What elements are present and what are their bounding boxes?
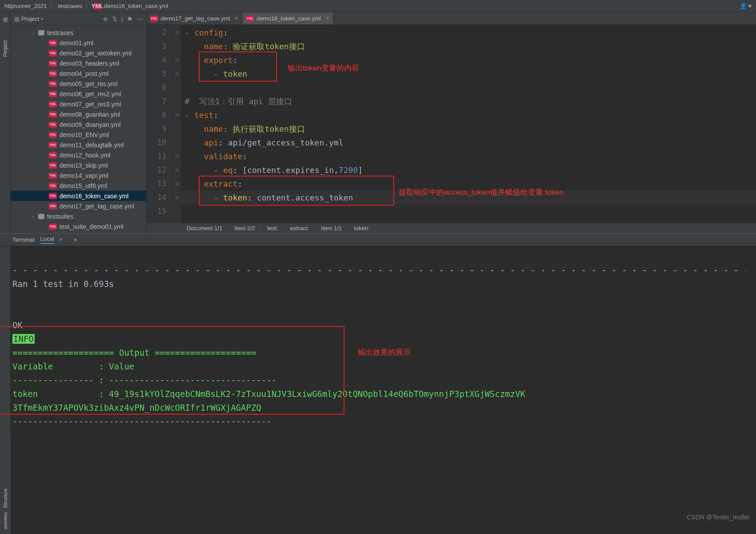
chevron-right-icon: 〉 [49,2,55,10]
dropdown-icon[interactable]: ▦ [14,16,20,22]
new-terminal-icon[interactable]: ＋ [72,236,79,244]
folder-icon [38,214,44,219]
user-icon[interactable]: 👤 ▾ [740,3,752,9]
project-tree[interactable]: ⌄ testcases YMLdemo01.yml YMLdemo02_get_… [11,26,146,233]
editor-tab[interactable]: YML demo17_get_tag_case.yml ✕ [146,12,242,24]
yml-file-icon: YML [49,152,57,158]
terminal-label: Terminal: [12,236,36,243]
close-icon[interactable]: ✕ [59,237,63,243]
yml-file-icon: YML [49,132,57,138]
yml-file-icon: YML [49,203,57,209]
editor-area: YML demo17_get_tag_case.yml ✕ YML demo16… [146,12,756,233]
watermark: CSDN @Tester_muller [687,514,750,521]
close-icon[interactable]: ✕ [234,16,238,21]
tree-file[interactable]: YMLdemo04_post.yml [11,68,146,79]
yml-file-icon: YML [49,224,57,230]
chevron-right-icon: 〉 [85,2,91,10]
breadcrumb[interactable]: httprunner_2021 〉 testcases 〉 YML demo16… [4,2,168,10]
breadcrumb-file[interactable]: demo16_token_case.yml [104,3,168,9]
tree-file[interactable]: YMLdemo03_headers.yml [11,58,146,68]
minimize-icon[interactable]: — [137,16,142,22]
editor-tab-active[interactable]: YML demo16_token_case.yml ✕ [242,12,333,24]
yml-file-icon: YML [49,50,57,56]
chevron-down-icon[interactable]: ▾ [41,16,43,21]
project-title[interactable]: Project [21,16,39,22]
yml-file-icon: YML [49,162,57,169]
terminal-panel: Terminal: Local ✕ ＋ - - - - - - - - - - … [0,233,756,523]
yml-file-icon: YML [150,16,158,22]
close-icon[interactable]: ✕ [325,16,329,21]
yml-file-icon: YML [49,101,57,107]
editor-body[interactable]: 234 567 8910 111213 1415 ⊟⊟ ⊟ ⊟ ⊟⊟⊟ ⊟ - … [146,25,756,223]
tree-file[interactable]: YMLdemo09_duanyan.yml [11,119,146,130]
tree-file-selected[interactable]: YMLdemo16_token_case.yml [11,191,146,201]
yml-file-icon: YML [49,111,57,118]
tree-file[interactable]: YMLdemo17_get_tag_case.yml [11,201,146,211]
chevron-down-icon[interactable]: ⌄ [31,30,36,35]
tree-file[interactable]: YMLdemo13_skip.yml [11,160,146,170]
yml-file-icon: YML [49,122,57,128]
titlebar: httprunner_2021 〉 testcases 〉 YML demo16… [0,0,756,12]
tree-file[interactable]: YMLdemo08_guanlian.yml [11,109,146,119]
gear-icon[interactable]: ✱ [127,16,132,22]
tree-file[interactable]: YMLdemo01.yml [11,38,146,48]
terminal-tab-local[interactable]: Local [40,236,54,244]
tree-file[interactable]: YMLdemo10_ENV.yml [11,130,146,140]
tree-file[interactable]: YMLdemo15_utf8.yml [11,181,146,191]
tree-file[interactable]: YMLdemo06_get_res2.yml [11,89,146,99]
editor-tabs: YML demo17_get_tag_case.yml ✕ YML demo16… [146,12,756,25]
code-content[interactable]: - config: name: 验证获取token接口 export: - to… [181,25,756,223]
collapse-icon[interactable]: ▦ [3,16,8,23]
yml-file-icon: YML [49,183,57,189]
divider-icon: | [122,16,123,22]
yml-file-icon: YML [49,91,57,97]
editor-breadcrumb[interactable]: Document 1/1〉 Item 2/2〉 test:〉 extract:〉… [146,223,756,233]
line-gutter: 234 567 8910 111213 1415 [146,25,173,223]
breadcrumb-root[interactable]: httprunner_2021 [4,3,47,9]
annotation-box-output [0,326,344,415]
favorites-rail-label[interactable]: avorites [3,512,8,530]
yml-file-icon: YML [93,3,101,9]
yml-file-icon: YML [49,71,57,77]
structure-rail-label[interactable]: Structure [3,488,8,508]
yml-file-icon: YML [49,40,57,46]
annotation-output-comment: 输出效果的展示 [358,346,411,359]
yml-file-icon: YML [49,81,57,87]
left-tool-rail: ▦ Project [0,12,11,233]
yml-file-icon: YML [49,142,57,148]
yml-file-icon: YML [246,16,254,22]
tree-file[interactable]: YMLdemo07_get_res3.yml [11,99,146,109]
bottom-tool-rail: Structure avorites [0,436,11,534]
chevron-down-icon[interactable]: ⌄ [31,214,36,219]
yml-file-icon: YML [49,193,57,199]
yml-file-icon: YML [49,60,57,67]
expand-icon[interactable]: ⇅ [112,16,117,22]
tree-file[interactable]: YMLdemo02_get_wxtoken.yml [11,48,146,58]
tree-file[interactable]: YMLdemo11_debugtalk.yml [11,140,146,150]
terminal-output[interactable]: - - - - - - - - - - - - - - - - - - - - … [0,246,746,487]
tree-file[interactable]: YMLdemo05_get_res.yml [11,79,146,89]
breadcrumb-folder[interactable]: testcases [58,3,82,9]
locate-icon[interactable]: ⊕ [103,16,108,22]
terminal-tabs: Terminal: Local ✕ ＋ [0,234,756,246]
tree-folder-testcases[interactable]: ⌄ testcases [11,27,146,38]
tree-file[interactable]: YMLtest_suite_demo01.yml [11,221,146,232]
tree-file[interactable]: YMLdemo12_hook.yml [11,150,146,160]
project-panel: ▦ Project ▾ ⊕ ⇅ | ✱ — ⌄ testcases YMLdem… [11,12,146,233]
project-rail-label[interactable]: Project [2,40,8,57]
annotation-export-comment: 输出token变量的内容 [288,63,359,73]
tree-file[interactable]: YMLdemo14_vapi.yml [11,170,146,181]
folder-icon [38,30,44,35]
fold-gutter: ⊟⊟ ⊟ ⊟ ⊟⊟⊟ ⊟ [173,25,181,223]
project-header: ▦ Project ▾ ⊕ ⇅ | ✱ — [11,12,146,26]
annotation-extract-comment: 提取响应中的access_token值并赋值给变量 token [399,187,563,197]
tree-folder-testsuites[interactable]: ⌄ testsuites [11,211,146,221]
yml-file-icon: YML [49,173,57,179]
